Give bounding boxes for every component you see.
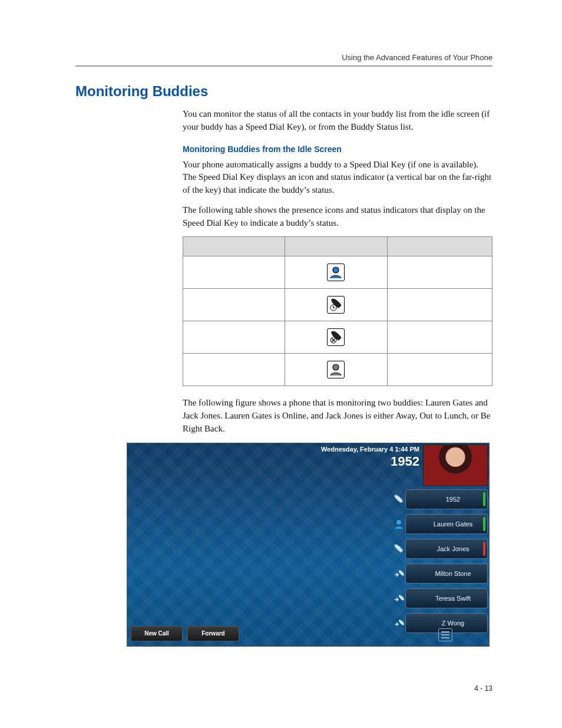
subsection-heading: Monitoring Buddies from the Idle Screen	[183, 144, 492, 154]
speed-dial-label: Lauren Gates	[434, 521, 473, 528]
svg-point-4	[396, 520, 401, 525]
person-online-icon	[327, 263, 345, 281]
speeddial-icon	[393, 592, 405, 604]
handset-away-icon	[327, 296, 345, 314]
status-bar	[483, 517, 485, 531]
menu-icon[interactable]	[438, 628, 452, 641]
handset-icon	[393, 543, 405, 555]
softkey-new-call[interactable]: New Call	[131, 626, 183, 641]
speed-dial-label: Jack Jones	[437, 545, 469, 552]
svg-point-0	[333, 267, 339, 273]
speed-dial-column: 1952 Lauren Gates Jack Jones Milton Ston…	[405, 489, 488, 638]
speed-dial-key[interactable]: Lauren Gates	[405, 514, 488, 534]
page-number: 4 - 13	[474, 684, 492, 693]
table-row	[183, 321, 492, 354]
paragraph: Your phone automatically assigns a buddy…	[183, 159, 492, 197]
speed-dial-key[interactable]: Jack Jones	[405, 539, 488, 559]
speed-dial-key[interactable]: 1952	[405, 489, 488, 509]
speed-dial-key[interactable]: Milton Stone	[405, 564, 488, 584]
header-rule	[75, 65, 492, 67]
speeddial-icon	[393, 568, 405, 579]
paragraph: You can monitor the status of all the co…	[183, 108, 492, 134]
speed-dial-label: Milton Stone	[435, 570, 471, 577]
status-icon-table	[183, 236, 492, 386]
handset-dnd-icon	[327, 328, 345, 346]
person-icon	[393, 518, 405, 530]
figure-datetime: Wednesday, February 4 1:44 PM	[321, 446, 419, 453]
person-offline-icon	[327, 361, 345, 378]
paragraph: The following table shows the presence i…	[183, 204, 492, 230]
status-bar	[483, 492, 485, 506]
speed-dial-key[interactable]: Teresa Swift	[405, 588, 488, 608]
status-bar	[483, 542, 485, 556]
table-row	[183, 256, 492, 289]
table-row	[183, 289, 492, 321]
figure-extension: 1952	[391, 454, 419, 469]
speed-dial-label: 1952	[446, 496, 460, 503]
speed-dial-label: Teresa Swift	[435, 595, 471, 602]
avatar	[423, 444, 488, 486]
handset-icon	[393, 493, 405, 505]
phone-screenshot-figure: Wednesday, February 4 1:44 PM 1952 1952 …	[127, 443, 490, 647]
softkey-forward[interactable]: Forward	[187, 626, 239, 641]
running-header: Using the Advanced Features of Your Phon…	[75, 53, 492, 62]
svg-point-3	[333, 364, 339, 370]
section-heading: Monitoring Buddies	[75, 83, 492, 100]
paragraph: The following figure shows a phone that …	[183, 397, 492, 435]
table-row	[183, 354, 492, 386]
